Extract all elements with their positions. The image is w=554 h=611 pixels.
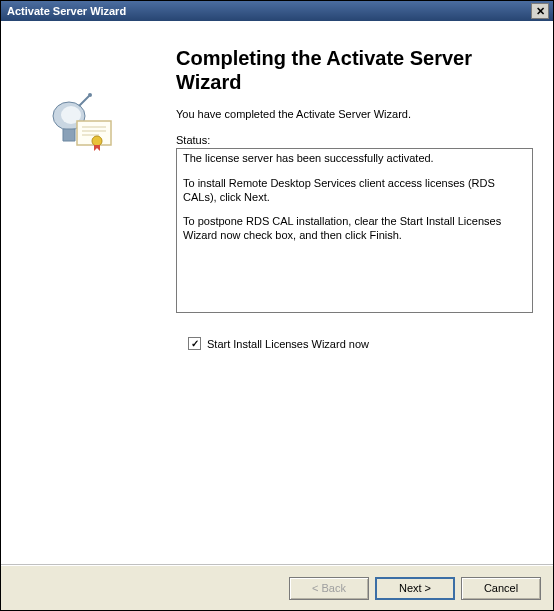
- button-bar: < Back Next > Cancel: [1, 565, 553, 610]
- svg-point-8: [92, 136, 102, 146]
- satellite-certificate-icon: [49, 91, 119, 151]
- checkbox-label: Start Install Licenses Wizard now: [207, 338, 369, 350]
- status-textbox[interactable]: The license server has been successfully…: [176, 148, 533, 313]
- check-icon: ✓: [191, 339, 199, 349]
- next-button[interactable]: Next >: [375, 577, 455, 600]
- intro-text: You have completed the Activate Server W…: [176, 108, 533, 120]
- wizard-body: Completing the Activate Server Wizard Yo…: [1, 21, 553, 565]
- back-button[interactable]: < Back: [289, 577, 369, 600]
- start-install-checkbox[interactable]: ✓: [188, 337, 201, 350]
- checkbox-row: ✓ Start Install Licenses Wizard now: [188, 337, 533, 350]
- close-icon: ✕: [536, 6, 545, 17]
- status-line: The license server has been successfully…: [183, 152, 526, 166]
- wizard-content: Completing the Activate Server Wizard Yo…: [166, 21, 553, 564]
- status-line: To install Remote Desktop Services clien…: [183, 177, 526, 205]
- page-heading: Completing the Activate Server Wizard: [176, 46, 533, 94]
- wizard-window: Activate Server Wizard ✕ Completing the …: [0, 0, 554, 611]
- cancel-button[interactable]: Cancel: [461, 577, 541, 600]
- status-label: Status:: [176, 134, 533, 146]
- titlebar: Activate Server Wizard ✕: [1, 1, 553, 21]
- status-line: To postpone RDS CAL installation, clear …: [183, 215, 526, 243]
- window-title: Activate Server Wizard: [7, 5, 531, 17]
- close-button[interactable]: ✕: [531, 3, 549, 19]
- svg-point-3: [88, 93, 92, 97]
- svg-line-2: [79, 96, 89, 106]
- wizard-graphic-pane: [1, 21, 166, 564]
